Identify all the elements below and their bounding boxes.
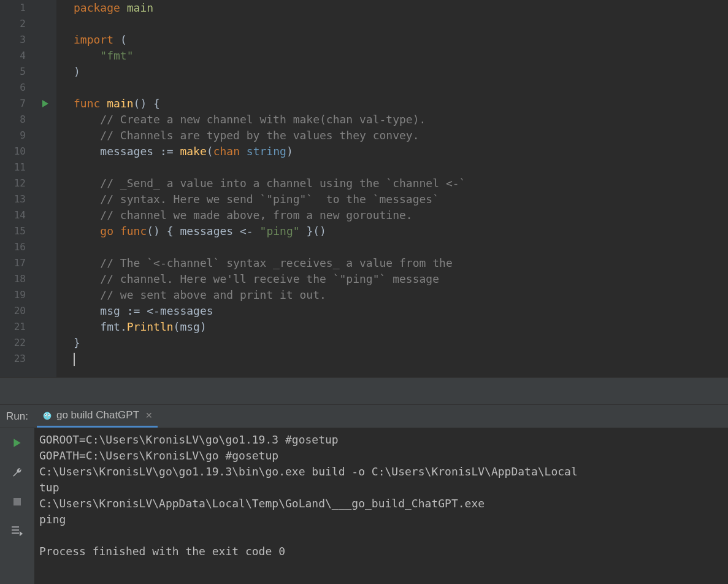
line-number[interactable]: 5 <box>0 64 34 80</box>
code-line[interactable]: messages := make(chan string) <box>74 144 728 159</box>
svg-rect-8 <box>13 498 21 505</box>
gutter-blank[interactable] <box>34 303 56 319</box>
code-line[interactable]: // syntax. Here we send `"ping"` to the … <box>74 191 728 207</box>
line-number[interactable]: 12 <box>0 175 34 191</box>
line-number[interactable]: 1 <box>0 0 34 16</box>
close-icon[interactable]: ✕ <box>145 410 153 420</box>
gutter-blank[interactable] <box>34 223 56 239</box>
code-line[interactable]: // Create a new channel with make(chan v… <box>74 112 728 128</box>
layout-icon[interactable] <box>9 523 26 540</box>
line-number[interactable]: 21 <box>0 319 34 335</box>
line-number[interactable]: 15 <box>0 223 34 239</box>
line-number[interactable]: 7 <box>0 96 34 112</box>
svg-marker-7 <box>13 439 20 447</box>
line-number[interactable]: 20 <box>0 303 34 319</box>
code-line[interactable]: // Channels are typed by the values they… <box>74 128 728 144</box>
line-number[interactable]: 23 <box>0 351 34 367</box>
code-line[interactable]: // we sent above and print it out. <box>74 287 728 303</box>
gutter-blank[interactable] <box>34 144 56 159</box>
code-line[interactable]: "fmt" <box>74 48 728 64</box>
code-line[interactable]: ) <box>74 64 728 80</box>
line-number[interactable]: 19 <box>0 287 34 303</box>
console-output[interactable]: GOROOT=C:\Users\KronisLV\go\go1.19.3 #go… <box>34 428 728 584</box>
line-number[interactable]: 6 <box>0 80 34 96</box>
gutter-blank[interactable] <box>34 191 56 207</box>
gutter-blank[interactable] <box>34 32 56 48</box>
line-number[interactable]: 22 <box>0 335 34 351</box>
gutter-blank[interactable] <box>34 319 56 335</box>
gutter-blank[interactable] <box>34 335 56 351</box>
gutter-blank[interactable] <box>34 175 56 191</box>
caret <box>74 353 75 366</box>
code-line[interactable]: // _Send_ a value into a channel using t… <box>74 175 728 191</box>
gutter-blank[interactable] <box>34 287 56 303</box>
editor-area: 1234567891011121314151617181920212223 pa… <box>0 0 728 377</box>
gutter-blank[interactable] <box>34 112 56 128</box>
stop-button[interactable] <box>9 493 26 510</box>
go-gopher-icon <box>42 410 53 421</box>
code-line[interactable] <box>74 80 728 96</box>
gutter-blank[interactable] <box>34 207 56 223</box>
line-number[interactable]: 8 <box>0 112 34 128</box>
code-line[interactable]: } <box>74 335 728 351</box>
line-number[interactable]: 16 <box>0 239 34 255</box>
svg-marker-0 <box>42 100 48 107</box>
code-line[interactable]: // The `<-channel` syntax _receives_ a v… <box>74 255 728 271</box>
svg-point-1 <box>44 412 52 420</box>
gutter-blank[interactable] <box>34 239 56 255</box>
code-line[interactable] <box>74 351 728 367</box>
gutter-blank[interactable] <box>34 0 56 16</box>
svg-marker-12 <box>20 531 23 536</box>
run-tab-title: go build ChatGPT <box>56 409 139 421</box>
gutter-icons[interactable] <box>34 0 56 377</box>
run-tab[interactable]: go build ChatGPT ✕ <box>37 405 158 428</box>
code-line[interactable]: go func() { messages <- "ping" }() <box>74 223 728 239</box>
line-number[interactable]: 10 <box>0 144 34 159</box>
gutter-blank[interactable] <box>34 271 56 287</box>
gutter-blank[interactable] <box>34 255 56 271</box>
gutter-blank[interactable] <box>34 48 56 64</box>
line-number[interactable]: 18 <box>0 271 34 287</box>
gutter-blank[interactable] <box>34 16 56 32</box>
run-label: Run: <box>6 410 28 423</box>
code-line[interactable] <box>74 239 728 255</box>
svg-point-4 <box>45 414 46 415</box>
line-number[interactable]: 11 <box>0 159 34 175</box>
code-line[interactable]: // channel. Here we'll receive the `"pin… <box>74 271 728 287</box>
code-line[interactable]: msg := <-messages <box>74 303 728 319</box>
line-number[interactable]: 4 <box>0 48 34 64</box>
run-body: GOROOT=C:\Users\KronisLV\go\go1.19.3 #go… <box>0 428 728 584</box>
code-line[interactable]: // channel we made above, from a new gor… <box>74 207 728 223</box>
line-number-gutter[interactable]: 1234567891011121314151617181920212223 <box>0 0 34 377</box>
gutter-blank[interactable] <box>34 351 56 367</box>
line-number[interactable]: 17 <box>0 255 34 271</box>
run-button[interactable] <box>9 434 26 451</box>
gutter-blank[interactable] <box>34 159 56 175</box>
svg-point-5 <box>48 414 50 415</box>
code-line[interactable] <box>74 159 728 175</box>
panel-separator[interactable] <box>0 377 728 405</box>
line-number[interactable]: 2 <box>0 16 34 32</box>
run-toolbar <box>0 428 34 584</box>
code-line[interactable] <box>74 16 728 32</box>
run-panel-header: Run: go build ChatGPT ✕ <box>0 405 728 428</box>
gutter-blank[interactable] <box>34 64 56 80</box>
gutter-blank[interactable] <box>34 80 56 96</box>
code-line[interactable]: func main() { <box>74 96 728 112</box>
gutter-run-icon[interactable] <box>34 96 56 112</box>
svg-point-6 <box>47 417 48 418</box>
line-number[interactable]: 14 <box>0 207 34 223</box>
line-number[interactable]: 9 <box>0 128 34 144</box>
wrench-icon[interactable] <box>9 464 26 481</box>
line-number[interactable]: 13 <box>0 191 34 207</box>
code-line[interactable]: fmt.Println(msg) <box>74 319 728 335</box>
run-panel: Run: go build ChatGPT ✕ <box>0 405 728 584</box>
gutter-blank[interactable] <box>34 128 56 144</box>
line-number[interactable]: 3 <box>0 32 34 48</box>
code-editor[interactable]: package mainimport ( "fmt")func main() {… <box>56 0 728 377</box>
code-line[interactable]: package main <box>74 0 728 16</box>
code-line[interactable]: import ( <box>74 32 728 48</box>
